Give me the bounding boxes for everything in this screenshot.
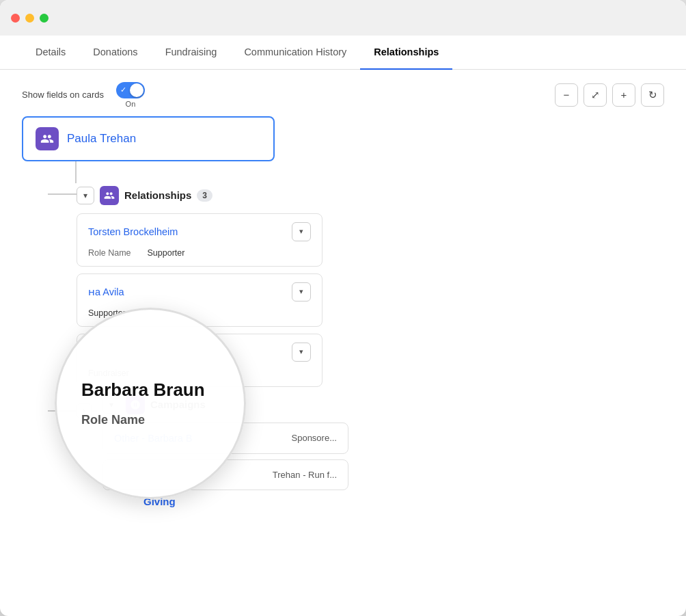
rel-card-1-header: Torsten Brockelheim ▾ [88,222,311,241]
zoom-out-button[interactable]: − [555,83,578,107]
rel-card-1-field-label: Role Name [88,248,131,258]
rel-card-2-header: ʜa Avila ▾ [88,282,311,302]
zoom-in-button[interactable]: + [612,83,635,107]
tab-details[interactable]: Details [22,36,79,70]
tree-line-horizontal [48,193,77,195]
zoom-overlay-name: Barbara Braun [81,379,205,401]
rel-card-1-dropdown[interactable]: ▾ [292,222,311,241]
titlebar [0,0,686,36]
campaign-card-2-value: Trehan - Run f... [273,470,337,480]
close-button[interactable] [11,14,20,23]
show-fields-control: Show fields on cards ✓ On [22,82,145,108]
rel-card-1-fields: Role Name Supporter [88,248,311,258]
fit-button[interactable]: ⤢ [584,83,607,107]
rel-card-1-field-value: Supporter [148,248,185,258]
person-svg-icon [40,132,54,146]
rel-svg-icon [104,190,115,201]
giving-section: Giving [102,496,664,508]
minimize-button[interactable] [25,14,34,23]
toggle-container: ✓ On [116,82,145,108]
rel-card-3-dropdown[interactable]: ▾ [292,343,311,362]
rel-header: ▾ Relationships 3 [77,186,664,205]
person-card: Paula Trehan [22,116,275,161]
toolbar: Show fields on cards ✓ On − ⤢ + ↻ [0,70,686,116]
maximize-button[interactable] [40,14,49,23]
tab-relationships[interactable]: Relationships [360,36,452,70]
toggle-on-label: On [126,100,136,108]
rel-card-1-name[interactable]: Torsten Brockelheim [88,226,178,237]
tab-fundraising[interactable]: Fundraising [152,36,231,70]
main-window: Details Donations Fundraising Communicat… [0,0,686,616]
rel-card-2-dropdown[interactable]: ▾ [292,282,311,302]
rel-card-2-name[interactable]: ʜa Avila [88,286,124,297]
person-icon [36,127,59,150]
tree-line-vertical [75,161,77,183]
rel-card-1: Torsten Brockelheim ▾ Role Name Supporte… [77,213,323,267]
rel-count-badge: 3 [197,189,212,202]
tab-communication[interactable]: Communication History [230,36,360,70]
main-content: Paula Trehan ▾ Relationships 3 [0,116,686,617]
zoom-overlay-field-label: Role Name [81,413,145,427]
toolbar-icons: − ⤢ + ↻ [555,83,664,107]
rel-header-title: Relationships [124,189,191,201]
rel-header-icon [100,186,119,205]
tab-donations[interactable]: Donations [79,36,151,70]
campaign-card-1-value: Sponsore... [292,433,338,443]
show-fields-label: Show fields on cards [22,90,104,100]
zoom-overlay: Barbara Braun Role Name [55,308,246,499]
tabbar: Details Donations Fundraising Communicat… [0,36,686,70]
show-fields-toggle[interactable]: ✓ [116,82,145,98]
rel-collapse-button[interactable]: ▾ [77,187,94,204]
refresh-button[interactable]: ↻ [641,83,664,107]
person-name[interactable]: Paula Trehan [67,132,136,146]
